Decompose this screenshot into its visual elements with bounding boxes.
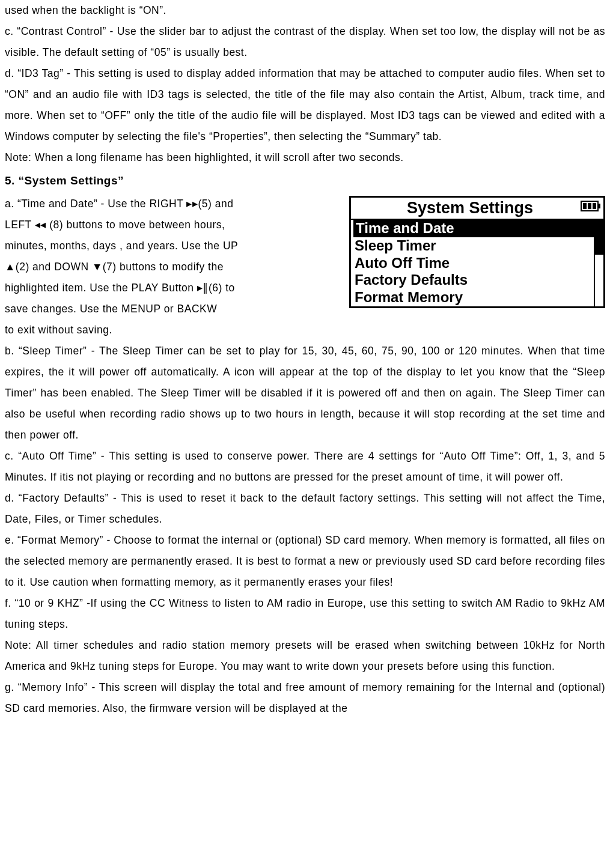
paragraph-memory-info: g. “Memory Info” - This screen will disp… <box>5 677 605 719</box>
scroll-thumb <box>595 220 603 255</box>
battery-icon <box>581 198 601 219</box>
menu-item-factory-defaults[interactable]: Factory Defaults <box>353 272 594 289</box>
menu-item-format-memory[interactable]: Format Memory <box>353 289 594 306</box>
svg-rect-1 <box>598 204 600 208</box>
paragraph-sleep-timer: b. “Sleep Timer” - The Sleep Timer can b… <box>5 341 605 446</box>
lcd-screen: System Settings Time and Date Sleep Time… <box>349 196 605 308</box>
paragraph-id3: d. “ID3 Tag” - This setting is used to d… <box>5 63 605 147</box>
paragraph-10-9-khz: f. “10 or 9 KHZ” -If using the CC Witnes… <box>5 593 605 635</box>
screen-scrollbar[interactable] <box>594 220 603 306</box>
screen-title-text: System Settings <box>353 198 577 217</box>
menu-item-sleep-timer[interactable]: Sleep Timer <box>353 237 594 255</box>
paragraph-format-memory: e. “Format Memory” - Choose to format th… <box>5 530 605 593</box>
paragraph-factory-defaults: d. “Factory Defaults” - This is used to … <box>5 488 605 530</box>
screen-title-bar: System Settings <box>351 198 603 219</box>
paragraph-auto-off: c. “Auto Off Time” - This setting is use… <box>5 446 605 488</box>
menu-item-auto-off-time[interactable]: Auto Off Time <box>353 255 594 272</box>
menu-item-time-and-date[interactable]: Time and Date <box>353 220 594 237</box>
svg-rect-3 <box>588 203 591 209</box>
paragraph-time-date-7: to exit without saving. <box>5 320 605 341</box>
paragraph-backlight: used when the backlight is “ON”. <box>5 0 605 21</box>
paragraph-note-presets: Note: All timer schedules and radio stat… <box>5 635 605 677</box>
svg-rect-2 <box>583 203 587 209</box>
svg-rect-4 <box>593 203 596 209</box>
heading-system-settings: 5. “System Settings” <box>5 169 605 192</box>
menu-item-list: Time and Date Sleep Timer Auto Off Time … <box>351 220 594 306</box>
screenshot-system-settings: System Settings Time and Date Sleep Time… <box>349 196 605 308</box>
paragraph-note-filename: Note: When a long filename has been high… <box>5 147 605 168</box>
screen-menu: Time and Date Sleep Timer Auto Off Time … <box>351 219 603 306</box>
paragraph-contrast: c. “Contrast Control” - Use the slider b… <box>5 21 605 63</box>
